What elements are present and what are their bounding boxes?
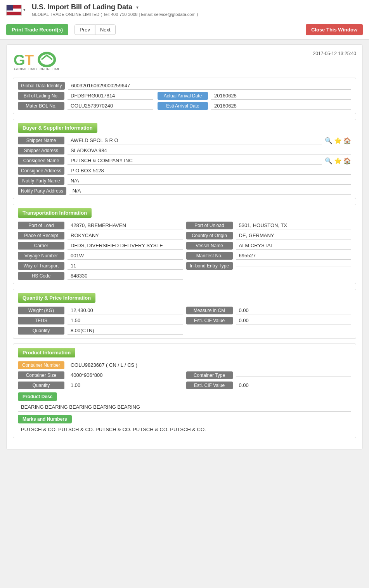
consignee-address-value: P O BOX 5128: [68, 167, 351, 175]
marks-numbers-btn-row: Marks and Numbers: [18, 415, 351, 423]
product-esti-cif-value: 0.00: [236, 382, 352, 389]
measure-value: 0.00: [236, 307, 352, 314]
shipper-search-icon[interactable]: 🔍: [325, 137, 333, 144]
container-number-label: Container Number: [18, 361, 64, 369]
title-arrow: ▾: [136, 5, 139, 10]
esti-cif-value: 0.00: [236, 317, 352, 324]
product-desc-button[interactable]: Product Desc: [18, 392, 57, 401]
way-of-transport-label: Way of Transport: [18, 262, 64, 270]
identity-section: Global Data Identity 6003201606290002596…: [13, 78, 356, 114]
notify-party-name-label: Notify Party Name: [18, 177, 64, 185]
inbond-entry-label: In-bond Entry Type: [186, 262, 233, 270]
weight-value: 12,430.00: [68, 307, 183, 314]
product-section: Product Information Container Number OOL…: [13, 343, 356, 438]
main-content: G T GLOBAL TRADE ONLINE LIMITED 2017-05-…: [0, 40, 369, 588]
card-header: G T GLOBAL TRADE ONLINE LIMITED 2017-05-…: [13, 51, 356, 72]
notify-party-address-row: Notify Party Address N/A: [18, 187, 351, 195]
master-bol-value: OOLU2573970240: [68, 102, 153, 110]
place-receipt-row: Place of Receipt ROKYCANY Country of Ori…: [18, 232, 351, 239]
shipper-star-icon[interactable]: ⭐: [334, 137, 342, 144]
voyage-number-label: Voyage Number: [18, 252, 64, 260]
weight-label: Weight (KG): [18, 307, 64, 314]
svg-text:T: T: [24, 52, 34, 68]
consignee-home-icon[interactable]: 🏠: [343, 157, 351, 165]
shipper-address-label: Shipper Address: [18, 147, 64, 154]
container-type-value: [236, 375, 352, 376]
shipper-icons: 🔍 ⭐ 🏠: [325, 137, 351, 144]
way-of-transport-value: 11: [68, 262, 183, 270]
product-quantity-label: Quantity: [18, 382, 64, 389]
consignee-address-label: Consignee Address: [18, 167, 64, 175]
marks-numbers-button[interactable]: Marks and Numbers: [18, 415, 72, 423]
master-bol-label: Mater BOL No.: [18, 102, 64, 110]
bol-no-label: Bill of Lading No.: [18, 92, 64, 100]
notify-party-address-label: Notify Party Address: [18, 187, 66, 195]
consignee-name-row: Consignee Name PUTSCH & COMPANY INC 🔍 ⭐ …: [18, 157, 351, 165]
quantity-price-header: Quantity & Price Information: [18, 293, 95, 303]
inbond-entry-value: [236, 265, 352, 267]
product-quantity-row: Quantity 1.00 Esti. CIF Value 0.00: [18, 382, 351, 389]
prev-button[interactable]: Prev: [74, 24, 95, 35]
carrier-value: DFDS, DIVERSIFIED DELIVERY SYSTE: [68, 242, 183, 250]
place-of-receipt-label: Place of Receipt: [18, 232, 64, 239]
quantity-label: Quantity: [18, 327, 64, 335]
measure-label: Measure in CM: [186, 307, 233, 314]
shipper-name-label: Shipper Name: [18, 137, 64, 144]
close-button[interactable]: Close This Window: [306, 24, 363, 35]
country-of-origin-label: Country of Origin: [186, 232, 233, 239]
manifest-no-value: 695527: [236, 252, 352, 260]
hs-code-label: HS Code: [18, 272, 64, 280]
app-title: U.S. Import Bill of Lading Data: [32, 3, 132, 11]
quantity-row: Quantity 8.00(CTN): [18, 327, 351, 335]
container-size-label: Container Size: [18, 371, 64, 379]
esti-arrival-value: 20160628: [211, 102, 351, 110]
marks-numbers-value: PUTSCH & CO. PUTSCH & CO. PUTSCH & CO. P…: [18, 425, 351, 434]
app-header: ▾ U.S. Import Bill of Lading Data ▾ GLOB…: [0, 0, 369, 20]
logo-area: G T GLOBAL TRADE ONLINE LIMITED: [13, 51, 59, 72]
record-card: G T GLOBAL TRADE ONLINE LIMITED 2017-05-…: [6, 44, 363, 449]
actual-arrival-value: 20160628: [211, 92, 351, 100]
master-bol-row: Mater BOL No. OOLU2573970240 Esti Arriva…: [18, 102, 351, 110]
actual-arrival-label: Actual Arrival Date: [158, 92, 208, 100]
bol-row: Bill of Lading No. DFDSPRG0017814 Actual…: [18, 92, 351, 100]
shipper-home-icon[interactable]: 🏠: [343, 137, 351, 144]
port-of-unload-label: Port of Unload: [186, 222, 233, 229]
product-quantity-value: 1.00: [68, 382, 183, 389]
shipper-name-row: Shipper Name AWELD SPOL S R O 🔍 ⭐ 🏠: [18, 137, 351, 144]
port-load-row: Port of Load 42870, BREMERHAVEN Port of …: [18, 222, 351, 229]
hs-code-value: 848330: [68, 272, 183, 280]
teus-label: TEUS: [18, 317, 64, 324]
print-button[interactable]: Print Trade Record(s): [6, 24, 68, 35]
esti-arrival-label: Esti Arrival Date: [158, 102, 208, 110]
global-data-identity-label: Global Data Identity: [18, 82, 65, 90]
container-number-row: Container Number OOLU9823687 ( CN / L / …: [18, 361, 351, 369]
port-of-load-label: Port of Load: [18, 222, 64, 229]
flag-icon: [6, 5, 22, 16]
transportation-header: Transportation Information: [18, 208, 92, 218]
hs-code-row: HS Code 848330: [18, 272, 351, 280]
port-of-load-value: 42870, BREMERHAVEN: [68, 222, 183, 229]
consignee-name-label: Consignee Name: [18, 157, 64, 165]
bol-no-value: DFDSPRG0017814: [68, 92, 153, 100]
product-esti-cif-label: Esti. CIF Value: [186, 382, 233, 389]
weight-row: Weight (KG) 12,430.00 Measure in CM 0.00: [18, 307, 351, 314]
quantity-value: 8.00(CTN): [68, 327, 183, 335]
place-of-receipt-value: ROKYCANY: [68, 232, 183, 239]
teus-row: TEUS 1.50 Esti. CIF Value 0.00: [18, 317, 351, 324]
teus-value: 1.50: [68, 317, 183, 324]
shipper-name-value: AWELD SPOL S R O: [68, 137, 322, 144]
toolbar: Print Trade Record(s) Prev Next Close Th…: [0, 20, 369, 40]
next-button[interactable]: Next: [95, 24, 116, 35]
consignee-star-icon[interactable]: ⭐: [334, 157, 342, 165]
manifest-no-label: Manifest No.: [186, 252, 233, 260]
header-text-block: U.S. Import Bill of Lading Data ▾ GLOBAL…: [32, 3, 363, 17]
buyer-supplier-section: Buyer & Supplier Information Shipper Nam…: [13, 119, 356, 199]
notify-party-name-value: N/A: [68, 177, 351, 185]
consignee-address-row: Consignee Address P O BOX 5128: [18, 167, 351, 175]
product-header: Product Information: [18, 348, 75, 357]
header-dropdown[interactable]: ▾: [23, 7, 26, 12]
esti-cif-label: Esti. CIF Value: [186, 317, 233, 324]
consignee-search-icon[interactable]: 🔍: [325, 157, 333, 165]
buyer-supplier-header: Buyer & Supplier Information: [18, 123, 97, 133]
container-number-value: OOLU9823687 ( CN / L / CS ): [68, 361, 351, 369]
